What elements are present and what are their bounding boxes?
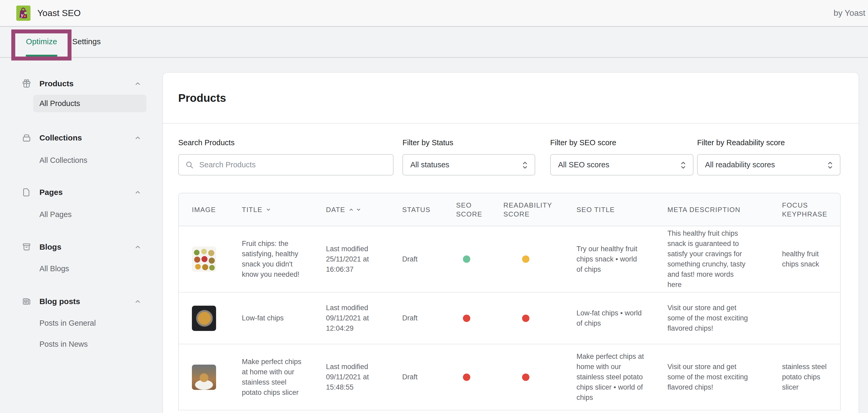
- sidebar-section-label: Products: [39, 75, 73, 92]
- products-table: IMAGE TITLE DATE STATUS SEO SCORE READAB…: [178, 193, 841, 410]
- focus-keyphrase-cell: stainless steel potato chips slicer: [765, 344, 840, 410]
- sidebar-section-label: Pages: [39, 184, 63, 201]
- table-row[interactable]: Make perfect chips at home with our stai…: [179, 344, 840, 410]
- page-title: Products: [178, 92, 226, 105]
- seo-score-dot: [463, 374, 470, 381]
- status-cell: Draft: [389, 293, 443, 344]
- filter-readability-value: All readability scores: [705, 160, 775, 169]
- readability-score-cell: [490, 344, 561, 410]
- col-header-seo-title: SEO TITLE: [561, 193, 652, 226]
- sidebar-item-posts-in-news[interactable]: Posts in News: [39, 335, 88, 353]
- filter-readability-label: Filter by Readability score: [697, 138, 840, 147]
- sidebar-section-blogs[interactable]: Blogs: [17, 238, 151, 256]
- product-thumbnail: [192, 364, 216, 390]
- col-header-date[interactable]: DATE: [313, 193, 389, 226]
- table-row[interactable]: Low-fat chips Last modified 09/11/2021 a…: [179, 293, 840, 344]
- image-cell: [179, 293, 229, 344]
- sort-down-icon[interactable]: [265, 206, 272, 213]
- title-cell[interactable]: Low-fat chips: [229, 293, 313, 344]
- seo-title-cell: Try our healthy fruit chips snack • worl…: [561, 226, 652, 292]
- top-bar: y Yoast SEO by Yoast: [0, 0, 868, 27]
- chevron-up-icon: [134, 243, 142, 251]
- sidebar-section-collections[interactable]: Collections: [17, 129, 151, 147]
- col-header-image: IMAGE: [179, 193, 229, 226]
- sidebar-section-label: Blogs: [39, 238, 61, 256]
- product-thumbnail: [192, 246, 216, 272]
- select-updown-icon: [679, 160, 687, 169]
- tab-bar: Optimize Settings: [0, 27, 868, 58]
- meta-description-cell: This healthy fruit chips snack is guaran…: [652, 226, 765, 292]
- table-row[interactable]: Fruit chips: the satisfying, healthy sna…: [179, 226, 840, 293]
- byline-text: by Yoast: [834, 8, 865, 18]
- chevron-up-icon: [134, 80, 142, 88]
- search-input[interactable]: [199, 160, 393, 169]
- archive-box-icon: [22, 242, 32, 252]
- sidebar-item-all-blogs[interactable]: All Blogs: [39, 260, 69, 277]
- products-card: Products Search Products Filter by Statu…: [163, 73, 859, 413]
- date-cell: Last modified 09/11/2021 at 15:48:55: [313, 344, 389, 410]
- sidebar-section-products[interactable]: Products: [17, 75, 151, 92]
- sidebar-item-all-pages[interactable]: All Pages: [39, 206, 72, 223]
- title-cell[interactable]: Make perfect chips at home with our stai…: [229, 344, 313, 410]
- sidebar-item-all-collections[interactable]: All Collections: [39, 151, 87, 169]
- page-icon: [22, 187, 32, 197]
- sidebar-section-pages[interactable]: Pages: [17, 184, 151, 201]
- image-cell: [179, 344, 229, 410]
- search-products-group: Search Products: [178, 138, 394, 175]
- sidebar-section-label: Collections: [39, 129, 82, 147]
- app-title: Yoast SEO: [37, 8, 81, 18]
- focus-keyphrase-cell: healthy fruit chips snack: [765, 226, 840, 292]
- chevron-up-icon: [134, 297, 142, 305]
- col-header-seo-score: SEO SCORE: [443, 193, 490, 226]
- active-tab-underline: [26, 55, 57, 57]
- filter-status-value: All statuses: [410, 160, 449, 169]
- col-header-focus-keyphrase: FOCUS KEYPHRASE: [765, 193, 840, 226]
- filter-readability-select[interactable]: All readability scores: [697, 154, 840, 175]
- product-thumbnail: [192, 306, 216, 331]
- status-cell: Draft: [389, 226, 443, 292]
- card-header: Products: [163, 73, 859, 124]
- readability-score-dot: [522, 315, 529, 322]
- readability-score-dot: [522, 256, 529, 263]
- newspaper-icon: [22, 296, 32, 306]
- chevron-up-icon: [134, 134, 142, 142]
- readability-score-dot: [522, 374, 529, 381]
- table-header-row: IMAGE TITLE DATE STATUS SEO SCORE READAB…: [179, 193, 840, 226]
- tab-optimize[interactable]: Optimize: [26, 27, 57, 56]
- meta-description-cell: Visit our store and get some of the most…: [652, 344, 765, 410]
- gift-icon: [22, 79, 32, 89]
- sidebar-item-posts-in-general[interactable]: Posts in General: [39, 314, 96, 332]
- col-header-title[interactable]: TITLE: [229, 193, 313, 226]
- tab-settings[interactable]: Settings: [71, 27, 101, 56]
- col-header-meta-description: META DESCRIPTION: [652, 193, 765, 226]
- search-icon: [185, 160, 194, 169]
- focus-keyphrase-cell: [765, 293, 840, 344]
- sidebar-section-label: Blog posts: [39, 293, 80, 310]
- select-updown-icon: [521, 160, 529, 169]
- select-updown-icon: [826, 160, 834, 169]
- filter-status-select[interactable]: All statuses: [402, 154, 535, 175]
- sidebar-section-blog-posts[interactable]: Blog posts: [17, 293, 151, 310]
- status-cell: Draft: [389, 344, 443, 410]
- date-cell: Last modified 09/11/2021 at 12:04:29: [313, 293, 389, 344]
- search-field: [178, 154, 394, 175]
- filter-seo-value: All SEO scores: [558, 160, 609, 169]
- filter-seo-select[interactable]: All SEO scores: [550, 154, 693, 175]
- filter-status-group: Filter by Status All statuses: [402, 138, 535, 175]
- seo-score-dot: [463, 315, 470, 322]
- readability-score-cell: [490, 293, 561, 344]
- seo-title-cell: Low-fat chips • world of chips: [561, 293, 652, 344]
- sort-up-icon[interactable]: [348, 206, 354, 213]
- col-header-readability-score: READABILITY SCORE: [490, 193, 561, 226]
- collection-box-icon: [22, 133, 32, 143]
- sidebar-item-all-products[interactable]: All Products: [33, 95, 147, 112]
- seo-score-dot: [463, 256, 470, 263]
- sort-down-icon[interactable]: [355, 206, 362, 213]
- image-cell: [179, 226, 229, 292]
- col-header-status: STATUS: [389, 193, 443, 226]
- filter-seo-label: Filter by SEO score: [550, 138, 693, 147]
- seo-score-cell: [443, 226, 490, 292]
- meta-description-cell: Visit our store and get some of the most…: [652, 293, 765, 344]
- title-cell[interactable]: Fruit chips: the satisfying, healthy sna…: [229, 226, 313, 292]
- yoast-app-logo-icon: y: [16, 5, 30, 21]
